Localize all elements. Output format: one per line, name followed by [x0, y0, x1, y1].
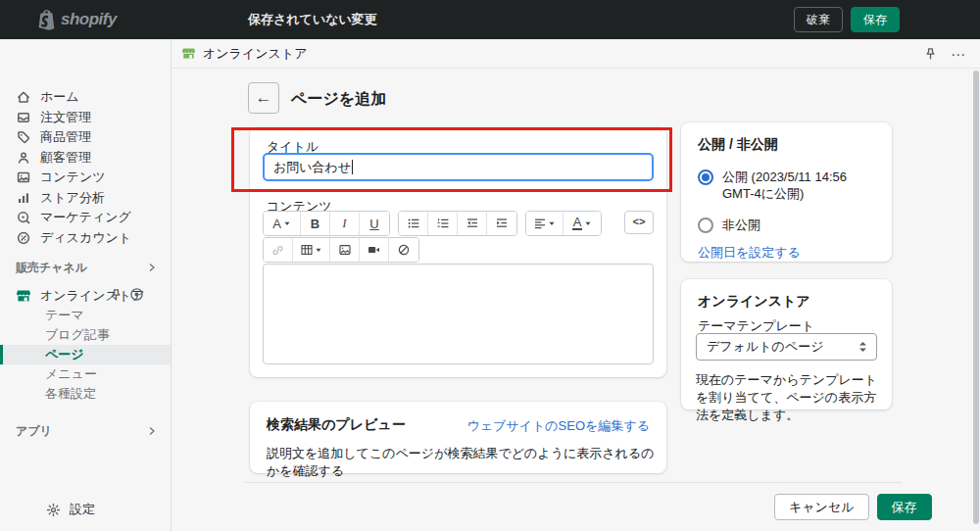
set-publish-date-link[interactable]: 公開日を設定する [698, 244, 801, 262]
insert-image-button[interactable] [330, 238, 360, 262]
image-icon [339, 244, 351, 256]
theme-template-help: 現在のテーマからテンプレートを割り当てて、ページの表示方法を定義します。 [696, 371, 880, 424]
italic-button[interactable]: I [330, 212, 360, 235]
numbered-list-button[interactable] [428, 212, 458, 235]
edit-seo-link[interactable]: ウェブサイトのSEOを編集する [466, 417, 650, 435]
indent-button[interactable] [487, 212, 516, 235]
chevron-down-icon [283, 219, 291, 227]
sidebar: ホーム 注文管理 商品管理 顧客管理 コンテンツ ストア分析 [0, 39, 172, 531]
visibility-card: 公開 / 非公開 公開 (2023/5/11 14:56 GMT-4に公開) 非… [681, 122, 892, 262]
sidebar-item-menus[interactable]: メニュー [0, 364, 171, 384]
align-color-group: A [525, 211, 602, 236]
sidebar-item-home[interactable]: ホーム [0, 87, 171, 108]
pin-icon[interactable] [924, 47, 937, 61]
sidebar-item-label: 商品管理 [40, 128, 91, 146]
italic-label: I [342, 216, 346, 231]
discard-button[interactable]: 破棄 [794, 7, 843, 32]
content-editor[interactable] [263, 264, 654, 364]
more-options-icon[interactable]: ⋯ [951, 47, 966, 62]
select-arrows-icon [858, 341, 867, 353]
insert-group [263, 237, 419, 263]
footer-divider [245, 482, 902, 483]
sidebar-section-apps[interactable]: アプリ [0, 422, 171, 440]
sidebar-main-nav: ホーム 注文管理 商品管理 顧客管理 コンテンツ ストア分析 [0, 87, 171, 248]
page-form-card: タイトル お問い合わせ コンテンツ A B I U [250, 127, 666, 377]
sidebar-item-online-store[interactable]: オンラインストア [0, 285, 171, 307]
color-a-label: A [573, 217, 582, 227]
radio-hidden[interactable]: 非公開 [698, 217, 760, 234]
save-button-topbar[interactable]: 保存 [851, 7, 900, 32]
shopify-bag-icon [37, 9, 56, 30]
shopify-admin-window: shopify 保存されていない変更 破棄 保存 ホーム 注文管理 商品管理 [0, 0, 980, 531]
sidebar-item-products[interactable]: 商品管理 [0, 127, 171, 148]
analytics-icon [16, 190, 31, 206]
underline-button[interactable]: U [360, 212, 389, 235]
sidebar-item-label: ディスカウント [40, 229, 131, 247]
insert-video-button[interactable] [360, 238, 389, 262]
customers-icon [16, 150, 31, 166]
alignment-button[interactable] [526, 212, 564, 235]
chevron-down-icon [548, 219, 556, 227]
home-icon [16, 89, 31, 105]
sidebar-item-orders[interactable]: 注文管理 [0, 108, 171, 128]
insert-link-button[interactable] [264, 238, 293, 262]
editor-toolbar-row1: A B I U A [263, 211, 602, 236]
footer-actions: キャンセル 保存 [774, 494, 932, 520]
sidebar-item-discounts[interactable]: ディスカウント [0, 228, 171, 249]
sidebar-item-preferences[interactable]: 各種設定 [0, 384, 171, 404]
seo-preview-card: 検索結果のプレビュー ウェブサイトのSEOを編集する 説明文を追加してこのページ… [250, 402, 666, 473]
editor-toolbar-row2 [263, 237, 419, 263]
vertical-scrollbar[interactable] [973, 71, 979, 524]
clear-formatting-icon [398, 244, 410, 256]
list-indent-group [398, 211, 517, 236]
online-store-card-title: オンラインストア [698, 293, 810, 311]
pin-icon[interactable] [110, 288, 122, 302]
save-button-footer[interactable]: 保存 [877, 494, 932, 520]
online-store-card: オンラインストア テーマテンプレート デフォルトのページ 現在のテーマからテンプ… [681, 279, 892, 410]
align-left-icon [534, 217, 546, 229]
text-style-label: A [272, 217, 281, 231]
back-button[interactable]: ← [248, 82, 279, 114]
sidebar-item-analytics[interactable]: ストア分析 [0, 188, 171, 209]
settings-label: 設定 [70, 501, 95, 518]
title-input[interactable]: お問い合わせ [263, 153, 654, 181]
indent-icon [496, 217, 508, 229]
sub-item-label: テーマ [45, 307, 84, 324]
outdent-button[interactable] [458, 212, 487, 235]
sidebar-section-sales-channels[interactable]: 販売チャネル [0, 259, 171, 276]
bold-button[interactable]: B [301, 212, 330, 235]
text-color-button[interactable]: A [564, 212, 601, 235]
sidebar-item-marketing[interactable]: マーケティング [0, 208, 171, 228]
clear-formatting-button[interactable] [389, 238, 418, 262]
seo-description: 説明文を追加してこのページが検索結果でどのように表示されるのかを確認する [267, 445, 666, 480]
numbered-list-icon [437, 217, 449, 229]
sidebar-item-blog-posts[interactable]: ブログ記事 [0, 325, 171, 345]
sidebar-item-settings[interactable]: 設定 [0, 499, 171, 520]
chevron-right-icon [147, 426, 157, 436]
text-style-button[interactable]: A [264, 212, 301, 235]
sidebar-item-pages-active[interactable]: ページ [0, 345, 171, 364]
text-format-group: A B I U [263, 211, 390, 236]
radio-selected-icon [698, 169, 713, 185]
sales-channels-label: 販売チャネル [16, 260, 87, 276]
eye-icon[interactable] [129, 287, 144, 302]
sidebar-item-content[interactable]: コンテンツ [0, 168, 171, 188]
sidebar-item-label: 顧客管理 [40, 149, 91, 167]
cancel-button[interactable]: キャンセル [774, 494, 869, 520]
theme-template-select[interactable]: デフォルトのページ [696, 333, 877, 361]
sidebar-item-label: コンテンツ [40, 169, 106, 186]
shopify-wordmark: shopify [61, 10, 117, 29]
radio-unselected-icon [698, 217, 713, 233]
bulleted-list-button[interactable] [399, 212, 428, 235]
sidebar-item-themes[interactable]: テーマ [0, 306, 171, 325]
shopify-logo[interactable]: shopify [37, 9, 117, 30]
insert-table-button[interactable] [293, 238, 330, 262]
link-icon [271, 244, 284, 257]
show-html-button[interactable]: <> [624, 211, 654, 234]
text-caret [352, 160, 353, 174]
radio-visible[interactable]: 公開 (2023/5/11 14:56 GMT-4に公開) [698, 169, 874, 202]
title-input-value: お問い合わせ [273, 159, 351, 176]
video-icon [368, 244, 380, 256]
sidebar-item-customers[interactable]: 顧客管理 [0, 148, 171, 169]
outdent-icon [466, 217, 478, 229]
